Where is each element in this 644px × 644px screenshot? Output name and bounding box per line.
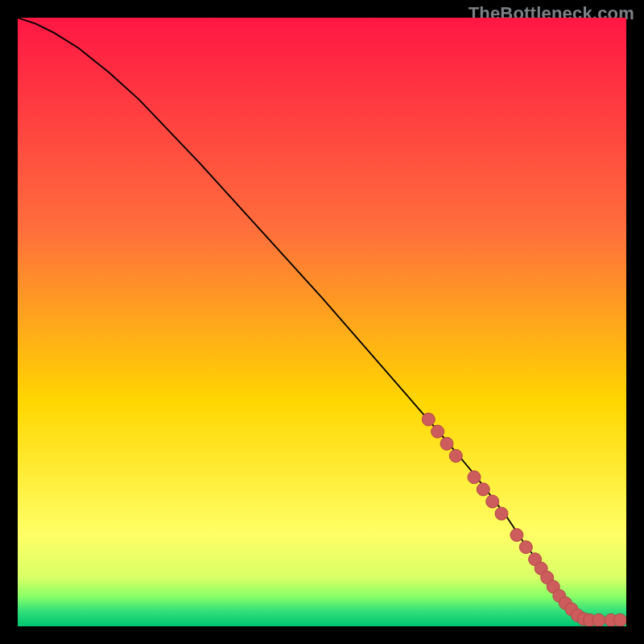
chart-frame: TheBottleneck.com: [0, 0, 644, 644]
data-point: [468, 471, 481, 484]
data-point: [519, 541, 532, 554]
data-point: [510, 529, 523, 542]
data-point: [495, 507, 508, 520]
data-point: [592, 613, 605, 626]
data-point: [431, 425, 444, 438]
data-point: [477, 483, 489, 496]
data-point: [613, 613, 626, 626]
data-point: [440, 437, 453, 450]
data-point: [486, 495, 499, 508]
data-point: [449, 449, 462, 462]
chart-plot: [18, 18, 626, 626]
chart-background: [18, 18, 626, 626]
data-point: [422, 413, 435, 426]
